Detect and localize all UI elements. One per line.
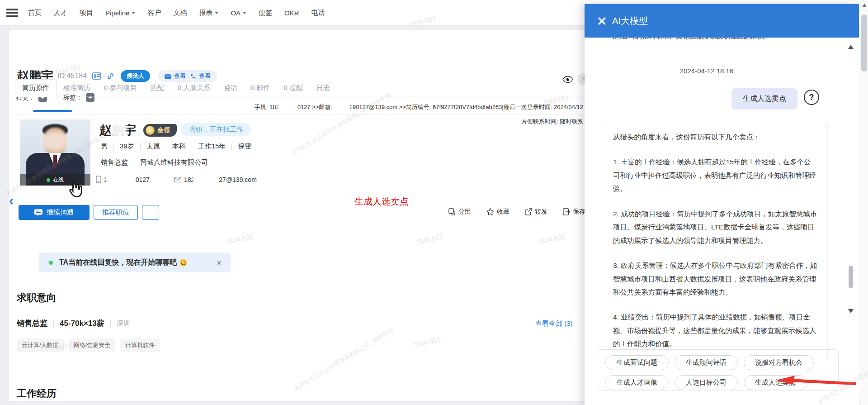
current-position: 销售总监晋城八维科技有限公司 xyxy=(101,158,208,167)
candidate-attributes: 男 39岁 太原 本科 工作15年 保密 xyxy=(101,142,251,151)
nav-item-home[interactable]: 首页 xyxy=(28,9,42,17)
user-message-bubble: 生成人选卖点 xyxy=(731,88,797,110)
tab-bar: 简历原件 标准简历 0 参与项目 匹配 0 人脉关系 通话 0 邮件 0 提醒 … xyxy=(15,79,337,96)
share-icon xyxy=(525,208,532,215)
suggestion-consultant-comment[interactable]: 生成顾问评语 xyxy=(675,355,738,370)
chevron-down-icon xyxy=(132,12,135,14)
ai-panel-header: AI大模型 xyxy=(585,4,859,38)
contact-time-line: 方便联系时间: 随时联系 xyxy=(521,118,583,126)
tab-reminders[interactable]: 0 提醒 xyxy=(277,80,310,96)
close-icon[interactable] xyxy=(598,17,606,25)
ai-response-message: 从猎头的角度来看，这份简历有以下几个卖点： 1. 丰富的工作经验：候选人拥有超过… xyxy=(602,121,828,360)
banner-text: TA当前在线回复快，现在开始聊聊吧 xyxy=(59,258,177,267)
industry-tag: 云计算/大数据 xyxy=(17,338,64,352)
candidate-photo: 在线 xyxy=(20,119,90,186)
suggestion-persuade[interactable]: 说服对方看机会 xyxy=(744,355,814,370)
industry-tag: 计算机软件 xyxy=(120,338,160,352)
favorite-action[interactable]: 收藏 xyxy=(486,208,509,216)
page-scrollbar[interactable] xyxy=(860,0,868,405)
tab-calls[interactable]: 通话 xyxy=(217,80,244,96)
page-scrollbar-thumb[interactable] xyxy=(861,14,867,71)
contact-info-line: 手机: 1820127 >>邮箱: 190127@139.com >>简历编号:… xyxy=(255,103,583,111)
suggestion-selling-points[interactable]: 生成人选卖点 xyxy=(744,375,807,390)
nav-item-project[interactable]: 项目 xyxy=(80,9,93,17)
continue-chat-button[interactable]: 继续沟通 xyxy=(19,205,90,220)
save-icon xyxy=(563,208,570,215)
scroll-down-icon[interactable] xyxy=(848,309,854,313)
eye-icon[interactable] xyxy=(562,76,573,83)
email-icon xyxy=(174,177,181,182)
id-card-icon[interactable] xyxy=(92,72,101,80)
resume-contact: 10127 18227@139.com xyxy=(96,176,257,183)
job-intent-row: 销售总监 45-70k×13薪 深圳 xyxy=(17,318,130,329)
online-chat-banner: TA当前在线回复快，现在开始聊聊吧 × xyxy=(39,253,231,272)
nav-item-phone[interactable]: 电话 xyxy=(311,9,325,17)
work-experience-heading: 工作经历 xyxy=(17,387,57,400)
ai-panel-title: AI大模型 xyxy=(612,15,648,27)
save-action[interactable]: 保存 xyxy=(563,208,585,216)
ai-assistant-panel: 与您公司的招聘需求、文化匹配度以及职位匹配情况。 AI大模型 2024-04-1… xyxy=(585,4,859,405)
more-action-button[interactable] xyxy=(142,205,159,220)
prev-chevron-icon[interactable]: ‹ xyxy=(9,193,14,208)
envelope-icon xyxy=(165,74,171,79)
tab-network[interactable]: 0 人脉关系 xyxy=(171,80,217,96)
resume-name: 赵鹏宇 xyxy=(99,122,136,138)
tab-standard-resume[interactable]: 标准简历 xyxy=(57,80,97,96)
message-timestamp: 2024-04-12 18:16 xyxy=(585,67,829,75)
nav-item-okr[interactable]: OKR xyxy=(284,9,299,17)
mobile-icon xyxy=(96,176,101,183)
chevron-down-icon xyxy=(215,12,218,14)
recommend-job-button[interactable]: 推荐职位 xyxy=(94,205,138,220)
tab-emails[interactable]: 0 邮件 xyxy=(244,80,277,96)
chevron-down-icon xyxy=(243,12,246,14)
online-dot-icon xyxy=(47,178,50,182)
nav-item-report[interactable]: 报表 xyxy=(199,9,218,17)
scroll-indicator xyxy=(33,110,72,112)
suggestion-interview-questions[interactable]: 生成面试问题 xyxy=(605,355,669,370)
suggestion-target-company[interactable]: 人选目标公司 xyxy=(675,375,738,390)
industry-tag: 网络/信息安全 xyxy=(69,338,116,352)
online-badge: 在线 xyxy=(20,174,90,186)
scroll-up-icon[interactable] xyxy=(848,45,854,49)
tab-resume-original[interactable]: 简历原件 xyxy=(15,79,57,97)
forward-action[interactable]: 转发 xyxy=(525,208,547,216)
user-avatar: ? xyxy=(804,90,819,105)
view-all-link[interactable]: 查看全部 (3) xyxy=(535,319,573,328)
smiley-icon xyxy=(179,258,188,267)
star-icon xyxy=(486,208,494,215)
suggestion-talent-portrait[interactable]: 生成人才画像 xyxy=(605,375,669,390)
nav-item-note[interactable]: 便签 xyxy=(259,9,272,17)
nav-item-oa[interactable]: OA xyxy=(231,9,246,17)
group-icon xyxy=(448,208,456,215)
medal-icon: ★ xyxy=(146,126,155,135)
nav-item-pipeline[interactable]: Pipeline xyxy=(105,9,135,17)
hamburger-icon[interactable] xyxy=(6,9,18,17)
close-icon[interactable]: × xyxy=(217,258,222,267)
tab-projects[interactable]: 0 参与项目 xyxy=(97,80,144,96)
tab-match[interactable]: 匹配 xyxy=(144,80,171,96)
nav-item-talent[interactable]: 人才 xyxy=(54,9,67,17)
panel-scrollbar-thumb[interactable] xyxy=(849,266,853,288)
gold-collar-badge: ★ 金领 xyxy=(143,124,177,137)
link-icon[interactable] xyxy=(107,72,114,80)
chat-bubble-icon xyxy=(34,209,42,216)
red-hint-text: 生成人选卖点 xyxy=(354,195,409,208)
app-screen: 首页 人才 项目 Pipeline 客户 文档 报表 OA 便签 OKR 电话 … xyxy=(0,0,868,405)
ai-suggestions-box: 生成面试问题 生成顾问评语 说服对方看机会 生成人才画像 人选目标公司 生成人选… xyxy=(596,349,839,391)
redaction-patch xyxy=(111,121,127,137)
job-intent-heading: 求职意向 xyxy=(17,291,57,305)
tab-logs[interactable]: 日志 xyxy=(310,80,337,96)
phone-icon xyxy=(190,73,196,79)
job-seeking-status: 离职，正在找工作 xyxy=(181,123,251,136)
scroll-up-icon[interactable] xyxy=(862,4,867,7)
nav-item-client[interactable]: 客户 xyxy=(147,9,161,17)
online-dot-icon xyxy=(49,261,53,265)
nav-item-document[interactable]: 文档 xyxy=(173,9,187,17)
group-action[interactable]: 分组 xyxy=(448,208,471,216)
